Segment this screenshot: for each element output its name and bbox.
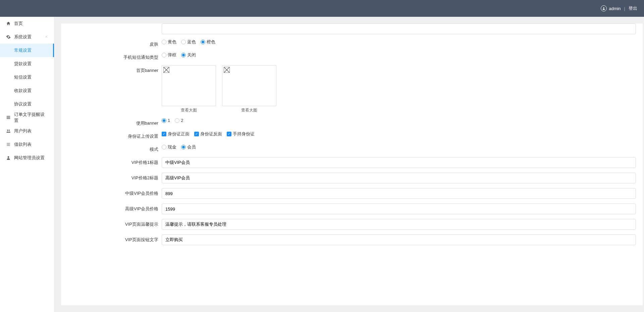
- header-divider: |: [624, 6, 625, 11]
- broken-image-icon: [222, 65, 276, 106]
- check-id-hold[interactable]: 手持身份证: [227, 131, 255, 137]
- svg-point-9: [8, 156, 9, 158]
- vip-price1-title-input[interactable]: [162, 157, 636, 168]
- radio-icon: [181, 145, 186, 149]
- sidebar-item-label: 网站管理员设置: [14, 155, 45, 161]
- banner-caption[interactable]: 查看大图: [222, 106, 276, 113]
- radio-icon: [162, 145, 166, 149]
- svg-rect-1: [7, 116, 10, 117]
- field-label: 首页banner: [61, 65, 162, 74]
- sidebar-item-label: 常规设置: [14, 47, 32, 53]
- vip-btn-text-input[interactable]: [162, 234, 636, 245]
- svg-point-4: [7, 130, 8, 131]
- radio-label: 蓝色: [187, 39, 196, 45]
- sidebar-item-loans[interactable]: 借款列表: [0, 138, 54, 151]
- sidebar-item-system-settings[interactable]: 系统设置: [0, 30, 54, 44]
- sidebar-item-label: 收款设置: [14, 88, 32, 94]
- top-field-input[interactable]: [162, 24, 636, 34]
- vip-price2-title-input[interactable]: [162, 173, 636, 183]
- banner-upload-2[interactable]: 查看大图: [222, 65, 276, 113]
- field-label: 中级VIP会员价格: [61, 188, 162, 196]
- home-icon: [6, 21, 11, 26]
- mid-vip-price-input[interactable]: [162, 188, 636, 199]
- radio-icon: [201, 40, 205, 44]
- radio-mode-member[interactable]: 会员: [181, 144, 196, 150]
- check-id-front[interactable]: 身份证正面: [162, 131, 190, 137]
- radio-label: 关闭: [187, 52, 196, 58]
- row-mode: 模式 现金 会员: [61, 144, 643, 152]
- main-content: 皮肤 黄色 蓝色 橙色 手机短信通知: [61, 24, 643, 305]
- radio-label: 会员: [187, 144, 196, 150]
- row-vip-price1-title: VIP价格1标题: [61, 157, 643, 168]
- row-vip-btn-text: VIP页面按钮文字: [61, 234, 643, 245]
- svg-point-0: [603, 7, 604, 8]
- field-label: VIP价格1标题: [61, 157, 162, 166]
- banner-caption[interactable]: 查看大图: [162, 106, 216, 113]
- field-label: VIP页面温馨提示: [61, 219, 162, 227]
- radio-skin-blue[interactable]: 蓝色: [181, 39, 196, 45]
- check-label: 身份证反面: [200, 131, 222, 137]
- high-vip-price-input[interactable]: [162, 204, 636, 214]
- vip-tip-input[interactable]: [162, 219, 636, 230]
- svg-rect-2: [7, 117, 10, 118]
- sidebar-sub-general[interactable]: 常规设置: [0, 44, 54, 57]
- radio-mode-cash[interactable]: 现金: [162, 144, 176, 150]
- radio-icon: [162, 40, 166, 44]
- radio-icon: [181, 40, 186, 44]
- sidebar-item-label: 协议设置: [14, 101, 32, 107]
- sidebar-sub-sms[interactable]: 短信设置: [0, 71, 54, 84]
- radio-icon: [175, 118, 179, 123]
- field-label: 模式: [61, 144, 162, 152]
- radio-label: 弹框: [168, 52, 176, 58]
- field-label: 高级VIP会员价格: [61, 204, 162, 212]
- field-label: 使用banner: [61, 118, 162, 126]
- checkbox-icon: [162, 132, 166, 136]
- radio-icon: [162, 118, 166, 123]
- sidebar-item-admin[interactable]: 网站管理员设置: [0, 151, 54, 165]
- broken-image-icon: [162, 65, 216, 106]
- radio-use-banner-1[interactable]: 1: [162, 118, 170, 123]
- username[interactable]: admin: [609, 6, 621, 11]
- sidebar-item-label: 贷款设置: [14, 61, 32, 67]
- logout-link[interactable]: 登出: [629, 5, 637, 11]
- radio-label: 橙色: [207, 39, 215, 45]
- banner-upload-1[interactable]: 查看大图: [162, 65, 216, 113]
- radio-skin-yellow[interactable]: 黄色: [162, 39, 176, 45]
- lines-icon: [6, 142, 11, 147]
- sidebar-sub-payment[interactable]: 收款设置: [0, 84, 54, 97]
- list-icon: [6, 115, 11, 120]
- sidebar-item-label: 系统设置: [14, 34, 32, 40]
- row-vip-tip: VIP页面温馨提示: [61, 219, 643, 230]
- radio-skin-orange[interactable]: 橙色: [201, 39, 215, 45]
- sidebar-item-order-reminder[interactable]: 订单文字提醒设置: [0, 111, 54, 124]
- row-id-upload: 身份证上传设置 身份证正面 身份证反面 手持身份证: [61, 131, 643, 139]
- row-mid-vip-price: 中级VIP会员价格: [61, 188, 643, 199]
- field-label: 皮肤: [61, 39, 162, 47]
- radio-use-banner-2[interactable]: 2: [175, 118, 183, 123]
- radio-sms-off[interactable]: 关闭: [181, 52, 196, 58]
- users-icon: [6, 129, 11, 133]
- sidebar-item-label: 用户列表: [14, 128, 32, 134]
- checkbox-icon: [194, 132, 199, 136]
- row-banner: 首页banner 查看大图 查看大图: [61, 65, 643, 113]
- row-vip-price2-title: VIP价格2标题: [61, 173, 643, 183]
- top-header: admin | 登出: [0, 0, 644, 17]
- row-top-field: [61, 24, 643, 34]
- field-label: 身份证上传设置: [61, 131, 162, 139]
- check-id-back[interactable]: 身份证反面: [194, 131, 222, 137]
- radio-sms-popup[interactable]: 弹框: [162, 52, 176, 58]
- sidebar-item-label: 短信设置: [14, 74, 32, 80]
- sidebar-item-home[interactable]: 首页: [0, 17, 54, 30]
- sidebar-item-users[interactable]: 用户列表: [0, 124, 54, 138]
- sidebar-sub-loan[interactable]: 贷款设置: [0, 57, 54, 71]
- row-skin: 皮肤 黄色 蓝色 橙色: [61, 39, 643, 47]
- row-sms-notify: 手机短信通知类型 弹框 关闭: [61, 52, 643, 60]
- radio-label: 黄色: [168, 39, 176, 45]
- field-label: [61, 24, 162, 26]
- radio-label: 现金: [168, 144, 176, 150]
- row-use-banner: 使用banner 1 2: [61, 118, 643, 126]
- sidebar-item-label: 订单文字提醒设置: [14, 112, 48, 124]
- sidebar: 首页 系统设置 常规设置 贷款设置 短信设置 收款设置 协议设置: [0, 17, 54, 312]
- sidebar-sub-agreement[interactable]: 协议设置: [0, 97, 54, 111]
- sidebar-item-label: 首页: [14, 20, 23, 27]
